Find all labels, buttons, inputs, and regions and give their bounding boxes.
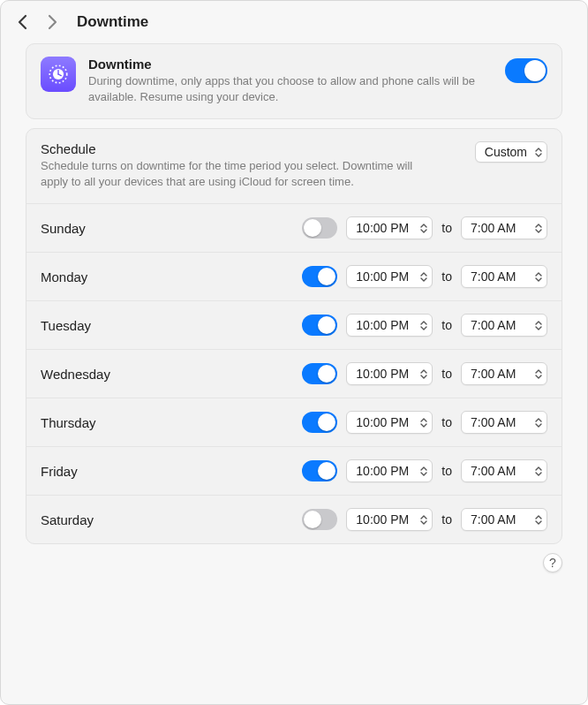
updown-stepper-icon (418, 414, 430, 430)
toggle-knob (318, 316, 335, 334)
to-time-value: 7:00 AM (471, 512, 527, 527)
schedule-days-list: Sunday10:00 PMto7:00 AMMonday10:00 PMto7… (26, 204, 562, 543)
page-title: Downtime (77, 13, 148, 31)
preferences-window: Downtime Downtime During downtime, only … (0, 0, 588, 705)
day-label: Monday (41, 269, 302, 284)
day-label: Tuesday (41, 318, 302, 333)
from-time-value: 10:00 PM (356, 415, 412, 429)
downtime-clock-icon (41, 57, 76, 92)
help-icon: ? (549, 556, 556, 570)
schedule-header-text: Schedule Schedule turns on downtime for … (41, 141, 466, 189)
day-row: Sunday10:00 PMto7:00 AM (26, 204, 562, 253)
updown-stepper-icon (532, 269, 545, 284)
toggle-knob (304, 219, 321, 237)
to-time-input[interactable]: 7:00 AM (461, 411, 547, 434)
toggle-knob (304, 511, 321, 528)
updown-stepper-icon (418, 269, 430, 284)
to-time-value: 7:00 AM (471, 415, 527, 429)
to-label: to (441, 367, 452, 381)
updown-stepper-icon (418, 512, 430, 527)
forward-button[interactable] (47, 13, 57, 31)
updown-stepper-icon (532, 512, 545, 527)
updown-stepper-icon (532, 366, 545, 382)
day-label: Thursday (41, 415, 302, 430)
day-enable-toggle[interactable] (302, 460, 337, 481)
to-time-input[interactable]: 7:00 AM (461, 362, 547, 385)
to-time-input[interactable]: 7:00 AM (461, 508, 547, 531)
from-time-input[interactable]: 10:00 PM (346, 265, 433, 288)
day-row: Wednesday10:00 PMto7:00 AM (26, 350, 562, 398)
toggle-knob (524, 60, 546, 81)
day-row: Friday10:00 PMto7:00 AM (26, 447, 562, 496)
schedule-mode-dropdown[interactable]: Custom (475, 141, 547, 163)
day-label: Saturday (41, 512, 302, 527)
updown-stepper-icon (532, 144, 545, 160)
to-time-input[interactable]: 7:00 AM (461, 314, 547, 337)
from-time-value: 10:00 PM (356, 367, 412, 381)
day-enable-toggle[interactable] (302, 363, 337, 384)
nav-arrows (17, 13, 57, 31)
downtime-title: Downtime (88, 57, 493, 72)
from-time-value: 10:00 PM (356, 269, 412, 284)
updown-stepper-icon (532, 414, 545, 430)
to-time-value: 7:00 AM (471, 464, 527, 478)
updown-stepper-icon (418, 317, 430, 333)
downtime-summary-text: Downtime During downtime, only apps that… (88, 57, 493, 104)
to-time-input[interactable]: 7:00 AM (461, 265, 547, 288)
day-label: Friday (41, 464, 302, 479)
from-time-input[interactable]: 10:00 PM (346, 362, 433, 385)
day-label: Sunday (41, 221, 302, 236)
day-enable-toggle[interactable] (302, 315, 337, 336)
day-row: Monday10:00 PMto7:00 AM (26, 253, 562, 301)
day-row: Thursday10:00 PMto7:00 AM (26, 398, 562, 447)
toggle-knob (318, 365, 335, 383)
to-time-input[interactable]: 7:00 AM (461, 216, 547, 239)
day-enable-toggle[interactable] (302, 217, 337, 239)
updown-stepper-icon (532, 463, 545, 479)
day-row: Saturday10:00 PMto7:00 AM (26, 496, 562, 543)
to-time-value: 7:00 AM (471, 221, 527, 235)
to-label: to (441, 415, 452, 429)
header: Downtime (1, 13, 587, 43)
updown-stepper-icon (418, 220, 430, 236)
toggle-knob (318, 462, 335, 480)
from-time-input[interactable]: 10:00 PM (346, 411, 433, 434)
day-enable-toggle[interactable] (302, 509, 337, 530)
schedule-title: Schedule (41, 141, 466, 156)
from-time-value: 10:00 PM (356, 318, 412, 332)
to-time-value: 7:00 AM (471, 318, 527, 332)
toggle-knob (318, 268, 335, 285)
to-time-value: 7:00 AM (471, 269, 527, 284)
to-label: to (441, 221, 452, 235)
to-label: to (441, 269, 452, 284)
schedule-header: Schedule Schedule turns on downtime for … (26, 129, 562, 204)
day-label: Wednesday (41, 367, 302, 382)
help-wrap: ? (1, 553, 562, 581)
day-enable-toggle[interactable] (302, 266, 337, 287)
toggle-knob (318, 413, 335, 431)
updown-stepper-icon (418, 463, 430, 479)
schedule-mode-label: Custom (485, 145, 527, 159)
from-time-input[interactable]: 10:00 PM (346, 508, 433, 531)
from-time-value: 10:00 PM (356, 464, 412, 478)
to-time-input[interactable]: 7:00 AM (461, 459, 547, 482)
downtime-description: During downtime, only apps that you choo… (88, 73, 493, 104)
to-label: to (441, 512, 452, 527)
updown-stepper-icon (532, 220, 545, 236)
schedule-description: Schedule turns on downtime for the time … (41, 158, 429, 189)
to-time-value: 7:00 AM (471, 367, 527, 381)
from-time-input[interactable]: 10:00 PM (346, 216, 433, 239)
help-button[interactable]: ? (543, 553, 562, 572)
downtime-summary-pane: Downtime During downtime, only apps that… (26, 43, 562, 119)
from-time-input[interactable]: 10:00 PM (346, 314, 433, 337)
back-button[interactable] (17, 13, 27, 31)
downtime-master-toggle[interactable] (505, 58, 547, 83)
from-time-value: 10:00 PM (356, 512, 412, 527)
from-time-input[interactable]: 10:00 PM (346, 459, 433, 482)
day-enable-toggle[interactable] (302, 412, 337, 433)
updown-stepper-icon (532, 317, 545, 333)
day-row: Tuesday10:00 PMto7:00 AM (26, 301, 562, 350)
updown-stepper-icon (418, 366, 430, 382)
schedule-pane: Schedule Schedule turns on downtime for … (26, 128, 562, 544)
to-label: to (441, 464, 452, 478)
